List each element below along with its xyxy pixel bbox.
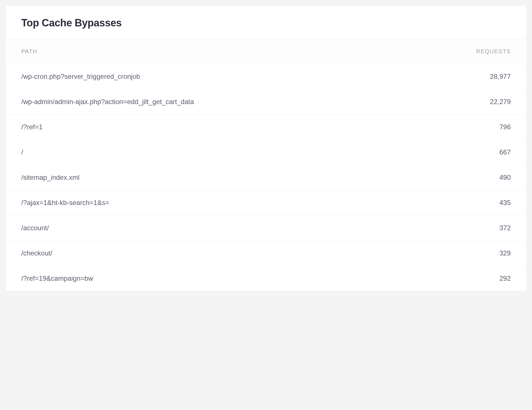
cell-path: /wp-admin/admin-ajax.php?action=edd_jilt… <box>21 98 194 106</box>
cell-requests: 292 <box>491 274 511 282</box>
column-header-requests: REQUESTS <box>476 48 511 55</box>
top-cache-bypasses-card: Top Cache Bypasses PATH REQUESTS /wp-cro… <box>6 6 526 291</box>
table-row: /checkout/329 <box>6 241 526 266</box>
table-row: /?ajax=1&ht-kb-search=1&s=435 <box>6 190 526 215</box>
cell-path: / <box>21 148 23 156</box>
table-header: PATH REQUESTS <box>6 39 526 64</box>
cell-requests: 667 <box>491 148 511 156</box>
table-body: /wp-cron.php?server_triggered_cronjob28,… <box>6 64 526 291</box>
cell-requests: 329 <box>491 249 511 257</box>
cell-requests: 490 <box>491 174 511 181</box>
table-row: /?ref=1796 <box>6 115 526 140</box>
table-row: /sitemap_index.xml490 <box>6 165 526 190</box>
cell-requests: 372 <box>491 224 511 232</box>
cell-requests: 435 <box>491 199 511 207</box>
cell-path: /?ref=19&campaign=bw <box>21 274 93 282</box>
cell-path: /sitemap_index.xml <box>21 174 79 181</box>
table-row: /?ref=19&campaign=bw292 <box>6 266 526 291</box>
cell-path: /?ref=1 <box>21 123 43 131</box>
cell-path: /checkout/ <box>21 249 52 257</box>
cell-path: /?ajax=1&ht-kb-search=1&s= <box>21 199 109 207</box>
card-header: Top Cache Bypasses <box>6 6 526 39</box>
column-header-path: PATH <box>21 48 37 55</box>
cell-requests: 22,279 <box>482 98 511 106</box>
cell-path: /account/ <box>21 224 49 232</box>
table-row: /wp-cron.php?server_triggered_cronjob28,… <box>6 64 526 89</box>
cell-path: /wp-cron.php?server_triggered_cronjob <box>21 73 140 81</box>
cell-requests: 28,977 <box>482 73 511 81</box>
card-title: Top Cache Bypasses <box>21 17 511 29</box>
table-row: /667 <box>6 140 526 165</box>
table-row: /account/372 <box>6 215 526 241</box>
cell-requests: 796 <box>491 123 511 131</box>
table-row: /wp-admin/admin-ajax.php?action=edd_jilt… <box>6 89 526 115</box>
